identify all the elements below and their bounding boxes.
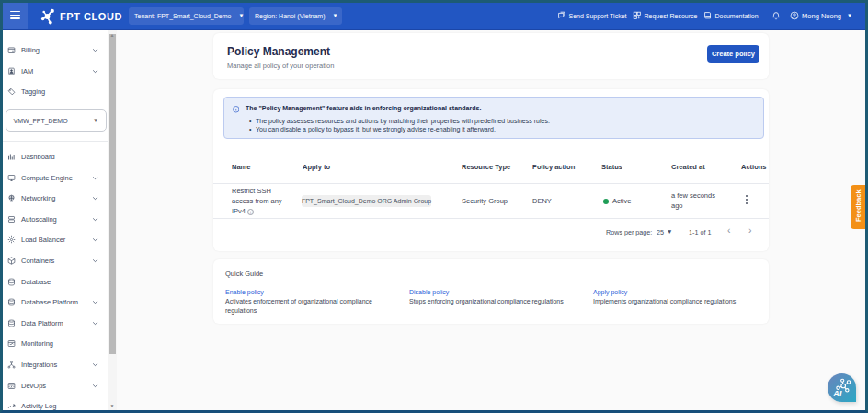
svg-text:AI: AI — [832, 387, 842, 397]
